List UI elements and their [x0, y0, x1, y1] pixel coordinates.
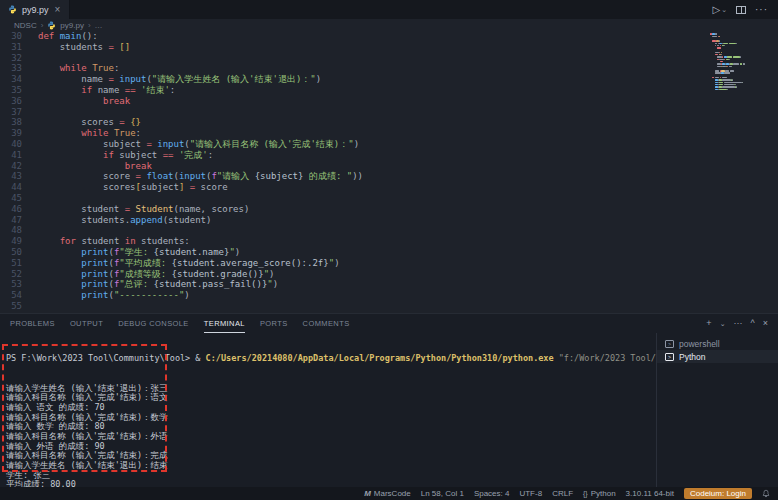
close-panel-icon[interactable]: ×	[763, 319, 768, 328]
panel-tab-ports[interactable]: PORTS	[260, 314, 288, 333]
codeium-login-button[interactable]: Codeium: Login	[684, 488, 752, 499]
code-line: 47 students.append(student)	[0, 215, 778, 226]
script-path: "f:/Work/2023 Tool/Community/Tool/NDSC/p…	[559, 353, 656, 363]
python-exe-path: C:/Users/20214080/AppData/Local/Programs…	[206, 353, 559, 363]
python-interpreter-status[interactable]: 3.10.11 64-bit	[626, 489, 674, 498]
code-line: 35 if name == '结束':	[0, 85, 778, 96]
tab-label: py9.py	[22, 5, 49, 15]
notifications-bell-icon[interactable]	[762, 489, 770, 498]
code-line: 43 score = float(input(f"请输入 {subject} 的…	[0, 171, 778, 182]
indentation-status[interactable]: Spaces: 4	[474, 489, 510, 498]
play-icon: ▷	[712, 4, 720, 15]
panel-tab-debug-console[interactable]: DEBUG CONSOLE	[118, 314, 189, 333]
terminal-instance-python[interactable]: >Python	[657, 350, 778, 363]
code-line: 33 while True:	[0, 63, 778, 74]
tab-close-icon[interactable]: ×	[54, 5, 62, 15]
marscode-status-item[interactable]: M MarsCode	[364, 489, 411, 498]
code-editor[interactable]: 30def main():31 students = []3233 while …	[0, 31, 778, 313]
run-button[interactable]: ▷ ⌄	[712, 4, 727, 15]
code-line: 45	[0, 193, 778, 204]
panel-header: PROBLEMSOUTPUTDEBUG CONSOLETERMINALPORTS…	[0, 314, 778, 333]
panel-more-icon[interactable]: ···	[734, 319, 743, 328]
editor-actions: ▷ ⌄ ···	[712, 0, 778, 19]
breadcrumb-symbol[interactable]: …	[95, 21, 103, 30]
panel-icons: + ⌄ ··· ^ ×	[706, 319, 768, 328]
terminal-icon: >	[665, 340, 674, 348]
code-line: 39 while True:	[0, 128, 778, 139]
panel-tab-output[interactable]: OUTPUT	[70, 314, 103, 333]
terminal-line: 请输入学生姓名 (输入'结束'退出)：结束	[6, 461, 656, 471]
python-icon	[8, 5, 17, 14]
terminal-list: >powershell>Python	[656, 333, 778, 487]
code-line: 37	[0, 107, 778, 118]
breadcrumb: NDSC › py9.py › …	[0, 19, 778, 31]
code-line: 30def main():	[0, 31, 778, 42]
editor-tab-bar: py9.py × ▷ ⌄ ···	[0, 0, 778, 19]
minimap[interactable]	[710, 33, 752, 93]
code-line: 31 students = []	[0, 42, 778, 53]
panel-tab-terminal[interactable]: TERMINAL	[204, 314, 245, 333]
language-mode-status[interactable]: {} Python	[583, 489, 616, 498]
code-line: 38 scores = {}	[0, 117, 778, 128]
braces-icon: {}	[583, 490, 588, 497]
terminal-line: 平均成绩: 80.00	[6, 480, 656, 487]
terminal-instance-label: Python	[679, 352, 705, 362]
encoding-status[interactable]: UTF-8	[519, 489, 542, 498]
terminal-instance-label: powershell	[679, 339, 720, 349]
terminal-line: 学生: 张三	[6, 471, 656, 481]
status-bar: M MarsCode Ln 58, Col 1 Spaces: 4 UTF-8 …	[0, 487, 778, 500]
code-line: 46 student = Student(name, scores)	[0, 204, 778, 215]
code-line: 44 scores[subject] = score	[0, 182, 778, 193]
eol-status[interactable]: CRLF	[552, 489, 573, 498]
maximize-panel-icon[interactable]: ^	[751, 319, 755, 328]
panel-tabs: PROBLEMSOUTPUTDEBUG CONSOLETERMINALPORTS…	[10, 314, 365, 333]
code-line: 36 break	[0, 96, 778, 107]
terminal-output[interactable]: PS F:\Work\2023 Tool\Community\Tool> & C…	[0, 333, 656, 487]
code-line: 48	[0, 225, 778, 236]
tab-py9py[interactable]: py9.py ×	[0, 0, 70, 19]
breadcrumb-separator: ›	[41, 21, 44, 30]
panel-tab-problems[interactable]: PROBLEMS	[10, 314, 55, 333]
code-line: 49 for student in students:	[0, 236, 778, 247]
terminal-icon: >	[665, 353, 674, 361]
code-line: 32	[0, 53, 778, 64]
panel-tab-comments[interactable]: COMMENTS	[303, 314, 350, 333]
breadcrumb-file[interactable]: py9.py	[60, 21, 84, 30]
cursor-position-status[interactable]: Ln 58, Col 1	[421, 489, 464, 498]
vscode-window: py9.py × ▷ ⌄ ··· NDSC › py9.py › … 30def…	[0, 0, 778, 500]
code-line: 41 if subject == '完成':	[0, 150, 778, 161]
breadcrumb-separator: ›	[88, 21, 91, 30]
code-lines: 30def main():31 students = []3233 while …	[0, 31, 778, 312]
terminal-instance-powershell[interactable]: >powershell	[657, 337, 778, 350]
code-line: 42 break	[0, 161, 778, 172]
new-terminal-icon[interactable]: +	[706, 319, 711, 328]
code-line: 53 print(f"总评: {student.pass_fail()}")	[0, 279, 778, 290]
code-line: 52 print(f"成绩等级: {student.grade()}")	[0, 269, 778, 280]
chevron-down-icon[interactable]: ⌄	[721, 6, 727, 14]
code-line: 54 print("-----------")	[0, 290, 778, 301]
marscode-icon: M	[364, 489, 371, 498]
terminal-command-line: PS F:\Work\2023 Tool\Community\Tool> & C…	[6, 354, 656, 364]
split-editor-icon[interactable]	[736, 6, 746, 14]
more-actions-icon[interactable]: ···	[755, 4, 768, 15]
code-line: 55	[0, 301, 778, 312]
terminal-output-lines: 请输入学生姓名 (输入'结束'退出)：张三请输入科目名称 (输入'完成'结束)：…	[6, 384, 656, 488]
breadcrumb-folder[interactable]: NDSC	[14, 21, 37, 30]
code-line: 51 print(f"平均成绩: {student.average_score(…	[0, 258, 778, 269]
code-line: 50 print(f"学生: {student.name}")	[0, 247, 778, 258]
code-line: 40 subject = input("请输入科目名称 (输入'完成'结束)："…	[0, 139, 778, 150]
python-icon	[47, 21, 56, 30]
terminal-dropdown-icon[interactable]: ⌄	[720, 320, 726, 327]
minimap-line	[710, 90, 752, 92]
code-line: 34 name = input("请输入学生姓名 (输入'结束'退出)：")	[0, 74, 778, 85]
bottom-panel: PROBLEMSOUTPUTDEBUG CONSOLETERMINALPORTS…	[0, 313, 778, 487]
